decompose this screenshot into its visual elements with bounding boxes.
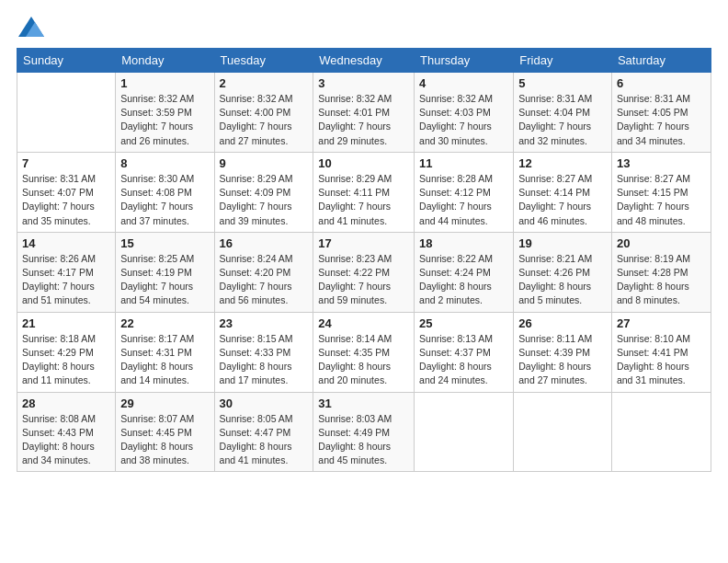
- calendar-cell: 21Sunrise: 8:18 AMSunset: 4:29 PMDayligh…: [17, 312, 116, 392]
- day-info: Sunrise: 8:27 AMSunset: 4:15 PMDaylight:…: [617, 172, 706, 228]
- day-number: 3: [318, 76, 409, 90]
- calendar-cell: [514, 392, 612, 472]
- day-number: 2: [220, 76, 309, 90]
- day-info: Sunrise: 8:18 AMSunset: 4:29 PMDaylight:…: [22, 332, 110, 388]
- day-info: Sunrise: 8:31 AMSunset: 4:04 PMDaylight:…: [518, 92, 607, 148]
- day-number: 28: [22, 396, 110, 410]
- day-info: Sunrise: 8:32 AMSunset: 4:00 PMDaylight:…: [220, 92, 309, 148]
- day-info: Sunrise: 8:30 AMSunset: 4:08 PMDaylight:…: [120, 172, 209, 228]
- calendar-cell: 11Sunrise: 8:28 AMSunset: 4:12 PMDayligh…: [415, 152, 514, 232]
- calendar-header-tuesday: Tuesday: [214, 49, 313, 73]
- day-info: Sunrise: 8:23 AMSunset: 4:22 PMDaylight:…: [318, 252, 409, 308]
- day-number: 18: [419, 236, 508, 250]
- calendar-cell: 7Sunrise: 8:31 AMSunset: 4:07 PMDaylight…: [17, 152, 116, 232]
- day-number: 8: [120, 156, 209, 170]
- day-info: Sunrise: 8:14 AMSunset: 4:35 PMDaylight:…: [318, 332, 409, 388]
- calendar-week-4: 28Sunrise: 8:08 AMSunset: 4:43 PMDayligh…: [17, 392, 711, 472]
- calendar-cell: 10Sunrise: 8:29 AMSunset: 4:11 PMDayligh…: [313, 152, 415, 232]
- calendar-cell: 8Sunrise: 8:30 AMSunset: 4:08 PMDaylight…: [116, 152, 214, 232]
- day-info: Sunrise: 8:17 AMSunset: 4:31 PMDaylight:…: [120, 332, 209, 388]
- calendar-cell: 31Sunrise: 8:03 AMSunset: 4:49 PMDayligh…: [313, 392, 415, 472]
- day-info: Sunrise: 8:31 AMSunset: 4:07 PMDaylight:…: [22, 172, 110, 228]
- calendar-week-2: 14Sunrise: 8:26 AMSunset: 4:17 PMDayligh…: [17, 232, 711, 312]
- day-number: 5: [518, 76, 607, 90]
- day-number: 29: [120, 396, 209, 410]
- day-number: 7: [22, 156, 110, 170]
- day-number: 6: [617, 76, 706, 90]
- day-info: Sunrise: 8:25 AMSunset: 4:19 PMDaylight:…: [120, 252, 209, 308]
- calendar-cell: 26Sunrise: 8:11 AMSunset: 4:39 PMDayligh…: [514, 312, 612, 392]
- calendar-cell: 1Sunrise: 8:32 AMSunset: 3:59 PMDaylight…: [116, 73, 214, 153]
- calendar-header-saturday: Saturday: [611, 49, 711, 73]
- calendar-cell: 12Sunrise: 8:27 AMSunset: 4:14 PMDayligh…: [514, 152, 612, 232]
- day-info: Sunrise: 8:26 AMSunset: 4:17 PMDaylight:…: [22, 252, 110, 308]
- calendar-cell: 4Sunrise: 8:32 AMSunset: 4:03 PMDaylight…: [415, 73, 514, 153]
- day-info: Sunrise: 8:10 AMSunset: 4:41 PMDaylight:…: [617, 332, 706, 388]
- day-info: Sunrise: 8:08 AMSunset: 4:43 PMDaylight:…: [22, 412, 110, 468]
- calendar-cell: 6Sunrise: 8:31 AMSunset: 4:05 PMDaylight…: [611, 73, 711, 153]
- day-number: 19: [518, 236, 607, 250]
- calendar-week-0: 1Sunrise: 8:32 AMSunset: 3:59 PMDaylight…: [17, 73, 711, 153]
- calendar-cell: 9Sunrise: 8:29 AMSunset: 4:09 PMDaylight…: [214, 152, 313, 232]
- calendar-cell: 30Sunrise: 8:05 AMSunset: 4:47 PMDayligh…: [214, 392, 313, 472]
- calendar-cell: 18Sunrise: 8:22 AMSunset: 4:24 PMDayligh…: [415, 232, 514, 312]
- calendar-cell: 20Sunrise: 8:19 AMSunset: 4:28 PMDayligh…: [611, 232, 711, 312]
- day-number: 4: [419, 76, 508, 90]
- calendar-cell: 19Sunrise: 8:21 AMSunset: 4:26 PMDayligh…: [514, 232, 612, 312]
- day-number: 21: [22, 316, 110, 330]
- calendar-cell: 3Sunrise: 8:32 AMSunset: 4:01 PMDaylight…: [313, 73, 415, 153]
- day-number: 23: [220, 316, 309, 330]
- calendar-cell: 25Sunrise: 8:13 AMSunset: 4:37 PMDayligh…: [415, 312, 514, 392]
- page: SundayMondayTuesdayWednesdayThursdayFrid…: [0, 0, 728, 563]
- day-info: Sunrise: 8:05 AMSunset: 4:47 PMDaylight:…: [220, 412, 309, 468]
- day-info: Sunrise: 8:21 AMSunset: 4:26 PMDaylight:…: [518, 252, 607, 308]
- day-number: 30: [220, 396, 309, 410]
- calendar-header-wednesday: Wednesday: [313, 49, 415, 73]
- day-info: Sunrise: 8:03 AMSunset: 4:49 PMDaylight:…: [318, 412, 409, 468]
- calendar-week-1: 7Sunrise: 8:31 AMSunset: 4:07 PMDaylight…: [17, 152, 711, 232]
- day-info: Sunrise: 8:22 AMSunset: 4:24 PMDaylight:…: [419, 252, 508, 308]
- calendar-cell: 17Sunrise: 8:23 AMSunset: 4:22 PMDayligh…: [313, 232, 415, 312]
- calendar-cell: 28Sunrise: 8:08 AMSunset: 4:43 PMDayligh…: [17, 392, 116, 472]
- day-number: 31: [318, 396, 409, 410]
- calendar-body: 1Sunrise: 8:32 AMSunset: 3:59 PMDaylight…: [17, 73, 711, 472]
- day-number: 1: [120, 76, 209, 90]
- day-info: Sunrise: 8:19 AMSunset: 4:28 PMDaylight:…: [617, 252, 706, 308]
- calendar-cell: 13Sunrise: 8:27 AMSunset: 4:15 PMDayligh…: [611, 152, 711, 232]
- calendar-table: SundayMondayTuesdayWednesdayThursdayFrid…: [17, 48, 711, 472]
- calendar-cell: [611, 392, 711, 472]
- calendar-cell: [415, 392, 514, 472]
- day-info: Sunrise: 8:13 AMSunset: 4:37 PMDaylight:…: [419, 332, 508, 388]
- calendar-cell: 23Sunrise: 8:15 AMSunset: 4:33 PMDayligh…: [214, 312, 313, 392]
- day-number: 13: [617, 156, 706, 170]
- day-info: Sunrise: 8:29 AMSunset: 4:11 PMDaylight:…: [318, 172, 409, 228]
- calendar-header-friday: Friday: [514, 49, 612, 73]
- calendar-cell: 2Sunrise: 8:32 AMSunset: 4:00 PMDaylight…: [214, 73, 313, 153]
- logo-icon: [18, 17, 44, 37]
- day-number: 27: [617, 316, 706, 330]
- day-info: Sunrise: 8:27 AMSunset: 4:14 PMDaylight:…: [518, 172, 607, 228]
- calendar-header-row: SundayMondayTuesdayWednesdayThursdayFrid…: [17, 49, 711, 73]
- day-number: 14: [22, 236, 110, 250]
- day-number: 9: [220, 156, 309, 170]
- day-info: Sunrise: 8:32 AMSunset: 4:03 PMDaylight:…: [419, 92, 508, 148]
- day-info: Sunrise: 8:31 AMSunset: 4:05 PMDaylight:…: [617, 92, 706, 148]
- calendar-header-sunday: Sunday: [17, 49, 116, 73]
- calendar-cell: 5Sunrise: 8:31 AMSunset: 4:04 PMDaylight…: [514, 73, 612, 153]
- day-info: Sunrise: 8:29 AMSunset: 4:09 PMDaylight:…: [220, 172, 309, 228]
- day-number: 11: [419, 156, 508, 170]
- day-info: Sunrise: 8:32 AMSunset: 3:59 PMDaylight:…: [120, 92, 209, 148]
- day-info: Sunrise: 8:07 AMSunset: 4:45 PMDaylight:…: [120, 412, 209, 468]
- calendar-cell: 27Sunrise: 8:10 AMSunset: 4:41 PMDayligh…: [611, 312, 711, 392]
- day-number: 26: [518, 316, 607, 330]
- calendar-cell: 14Sunrise: 8:26 AMSunset: 4:17 PMDayligh…: [17, 232, 116, 312]
- day-info: Sunrise: 8:24 AMSunset: 4:20 PMDaylight:…: [220, 252, 309, 308]
- day-info: Sunrise: 8:15 AMSunset: 4:33 PMDaylight:…: [220, 332, 309, 388]
- day-number: 15: [120, 236, 209, 250]
- day-number: 17: [318, 236, 409, 250]
- day-info: Sunrise: 8:28 AMSunset: 4:12 PMDaylight:…: [419, 172, 508, 228]
- day-info: Sunrise: 8:11 AMSunset: 4:39 PMDaylight:…: [518, 332, 607, 388]
- calendar-header-thursday: Thursday: [415, 49, 514, 73]
- day-number: 12: [518, 156, 607, 170]
- calendar-cell: 24Sunrise: 8:14 AMSunset: 4:35 PMDayligh…: [313, 312, 415, 392]
